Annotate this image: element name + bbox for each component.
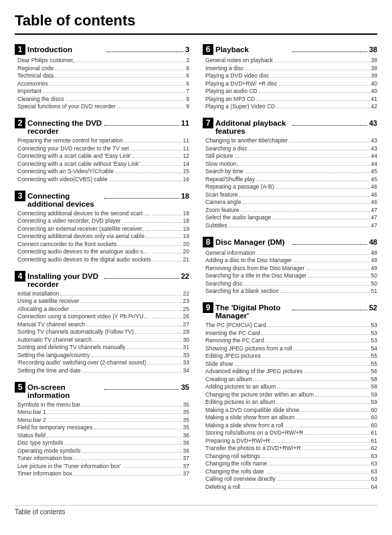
toc-entry: Accessories6	[15, 80, 189, 87]
section-page-9: 52	[369, 304, 377, 312]
section-page-5: 35	[181, 383, 189, 391]
toc-left-column: 1Introduction3Dear Philips customer,3Reg…	[15, 44, 189, 498]
toc-entry: 'Recording audio' switching over (2-chan…	[15, 359, 189, 366]
entry-text: Subtitles	[205, 222, 227, 229]
entry-page: 37	[183, 455, 189, 461]
toc-entry: The PC (PCMCIA) Card53	[203, 322, 377, 328]
section-dots-5	[104, 389, 179, 390]
entry-text: Connecting your DVD recorder to the TV s…	[17, 145, 129, 152]
entry-dots	[279, 85, 370, 86]
section-page-6: 38	[369, 45, 377, 54]
toc-entry: Making a slide show from an album60	[203, 414, 377, 421]
toc-entry: Tuner information box37	[15, 455, 189, 461]
entry-text: General notes on playback	[205, 57, 273, 64]
entry-text: Changing the rolls name	[205, 460, 267, 467]
entry-page: 29	[183, 328, 189, 335]
entry-text: Showing JPEG pictures from a roll	[205, 345, 292, 352]
entry-page: 63	[371, 460, 377, 467]
toc-entry: Important7	[15, 88, 189, 94]
entry-dots	[306, 270, 369, 270]
entry-page: 46	[371, 199, 377, 205]
entry-text: Important	[17, 88, 41, 94]
entry-dots	[241, 211, 370, 212]
section-page-7: 43	[369, 119, 377, 127]
toc-entry: Removing discs from the Disc Manager49	[203, 265, 377, 272]
section-dots-3	[104, 198, 179, 199]
section-num-4: 4	[15, 271, 25, 282]
toc-entry: Connect camcorder to the front sockets20	[15, 241, 189, 247]
toc-entry: Subtitles47	[203, 222, 377, 229]
section-header-9: 9The 'Digital Photo Manager' 52	[203, 302, 377, 320]
toc-entry: Calling roll overview directly63	[203, 475, 377, 482]
entry-text: Timer information box	[17, 470, 72, 477]
entry-dots	[130, 150, 182, 150]
entry-page: 54	[371, 345, 377, 352]
toc-entry: Operating mode symbols36	[15, 447, 189, 454]
entry-dots	[234, 365, 369, 366]
section-page-4: 22	[181, 272, 189, 280]
entry-text: Sorting and deleting TV channels manuall…	[17, 344, 125, 350]
entry-text: Accessories	[17, 80, 48, 87]
entry-page: 33	[183, 352, 189, 358]
entry-text: Searching for a title in the Disc Manage…	[205, 272, 306, 279]
entry-text: Connecting with video(CVBS) cable	[17, 176, 108, 183]
entry-text: Inserting a disc	[205, 65, 243, 72]
entry-dots	[47, 437, 181, 437]
entry-dots	[65, 100, 185, 101]
entry-dots	[245, 173, 370, 173]
entry-dots	[86, 326, 182, 326]
section-dots-4	[104, 278, 179, 279]
entry-dots	[253, 381, 369, 381]
toc-entry: Making a slide show from a roll60	[203, 422, 377, 429]
toc-entry: Allocating a decoder25	[15, 306, 189, 312]
entry-dots	[262, 357, 370, 358]
entry-text: Operating mode symbols	[17, 447, 81, 454]
section-dots-2	[104, 125, 179, 126]
entry-text: The PC (PCMCIA) Card	[205, 322, 266, 328]
entry-text: Deleting a roll	[205, 484, 240, 490]
section-num-6: 6	[203, 44, 213, 55]
entry-page: 60	[371, 422, 377, 429]
entry-text: Connect camcorder to the front sockets	[17, 241, 116, 247]
section-title-1: Introduction	[27, 45, 104, 54]
entry-page: 18	[183, 217, 189, 224]
toc-entry: Regional code6	[15, 65, 189, 72]
toc-entry: Special functions of your DVD recorder9	[15, 103, 189, 110]
toc-entry: Editing JPEG pictures55	[203, 352, 377, 359]
entry-page: 48	[371, 257, 377, 263]
entry-page: 6	[186, 80, 189, 87]
entry-dots	[256, 100, 369, 101]
entry-dots	[245, 70, 369, 70]
entry-text: Sorting TV channels automatically (Follo…	[17, 328, 134, 335]
entry-dots	[124, 142, 182, 142]
section-header-8: 8Disc Manager (DM)48	[203, 237, 377, 247]
entry-dots	[244, 285, 370, 286]
entry-text: Setting the time and date	[17, 367, 81, 374]
entry-page: 49	[371, 265, 377, 272]
entry-text: Connecting with a scart cable and 'Easy …	[17, 152, 131, 159]
entry-page: 47	[371, 222, 377, 229]
entry-page: 47	[371, 214, 377, 221]
toc-entry: Connecting a video recorder, DVD player1…	[15, 217, 189, 224]
entry-page: 58	[371, 383, 377, 390]
entry-page: 9	[186, 103, 189, 110]
section-header-6: 6Playback38	[203, 44, 377, 55]
entry-text: Changing to another title/chapter	[205, 137, 288, 144]
entry-dots	[300, 411, 369, 412]
entry-page: 16	[183, 176, 189, 183]
entry-text: Disc type symbols	[17, 439, 64, 446]
entry-dots	[304, 434, 369, 435]
entry-dots	[65, 444, 182, 445]
toc-entry: Automatic TV channel search30	[15, 336, 189, 343]
entry-text: Connecting additional devices to the sec…	[17, 210, 151, 217]
toc-entry: Searching disc50	[203, 280, 377, 287]
entry-text: Repeating a passage (A-B)	[205, 183, 274, 190]
entry-text: Menu bar 2	[17, 417, 46, 423]
entry-text: Field for temporary messages	[17, 424, 92, 431]
entry-page: 19	[183, 225, 189, 232]
toc-entry: Repeating a passage (A-B)46	[203, 183, 377, 190]
entry-dots	[132, 157, 181, 158]
entry-dots	[147, 364, 181, 364]
entry-page: 36	[183, 447, 189, 454]
toc-entry: Playing an MP3 CD41	[203, 96, 377, 102]
